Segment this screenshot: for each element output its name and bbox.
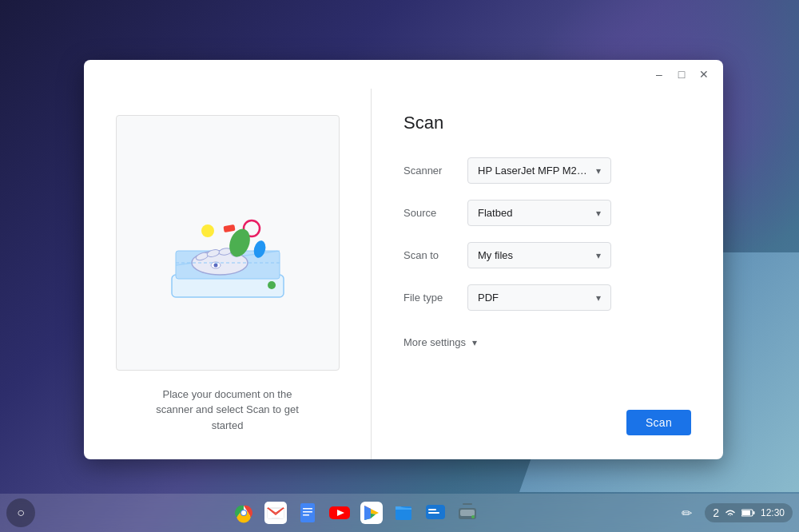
- svg-point-19: [241, 510, 246, 515]
- controls-panel: Scan Scanner HP LaserJet MFP M29... ▾ So…: [372, 89, 723, 459]
- source-row: Source Flatbed ▾: [403, 200, 691, 226]
- svg-rect-33: [428, 509, 436, 510]
- title-bar: – □ ✕: [84, 60, 723, 89]
- play-svg-icon: [360, 502, 383, 524]
- taskbar-right: ✏ 2 12:30: [675, 502, 793, 524]
- maximize-button[interactable]: □: [672, 65, 691, 84]
- file-type-label: File type: [403, 292, 467, 304]
- more-settings-label: More settings: [403, 336, 466, 348]
- svg-rect-39: [463, 503, 472, 505]
- chrome-app-icon[interactable]: [229, 498, 258, 527]
- window-controls: – □ ✕: [650, 65, 714, 84]
- gmail-svg-icon: [264, 502, 287, 524]
- notification-badge: 2: [713, 506, 719, 519]
- source-dropdown-arrow: ▾: [596, 208, 601, 219]
- docs-app-icon[interactable]: [293, 498, 322, 527]
- file-type-row: File type PDF ▾: [403, 284, 691, 311]
- svg-rect-25: [303, 508, 312, 510]
- scan-to-row: Scan to My files ▾: [403, 242, 691, 268]
- file-type-dropdown-arrow: ▾: [596, 292, 601, 304]
- messages-app-icon[interactable]: [421, 498, 450, 527]
- scan-window: – □ ✕: [84, 60, 723, 459]
- svg-point-11: [201, 224, 214, 237]
- files-app-icon[interactable]: [389, 498, 418, 527]
- scan-button[interactable]: Scan: [626, 410, 691, 435]
- svg-rect-37: [460, 510, 475, 516]
- source-value: Flatbed: [478, 207, 590, 219]
- taskbar-left: ○: [6, 498, 35, 527]
- close-button[interactable]: ✕: [694, 65, 714, 84]
- scanner-value: HP LaserJet MFP M29...: [478, 165, 590, 177]
- scanner-illustration: [148, 171, 308, 315]
- youtube-svg-icon: [328, 502, 351, 524]
- scan-to-dropdown-arrow: ▾: [596, 250, 601, 261]
- scan-to-value: My files: [478, 249, 590, 261]
- file-type-select[interactable]: PDF ▾: [467, 284, 611, 311]
- taskbar-apps: [35, 498, 675, 527]
- system-tray[interactable]: 2 12:30: [705, 503, 793, 522]
- pen-icon[interactable]: ✏: [675, 502, 698, 524]
- preview-area: [116, 115, 340, 371]
- source-label: Source: [403, 207, 467, 219]
- svg-rect-34: [428, 512, 439, 514]
- taskbar: ○: [0, 494, 799, 532]
- svg-rect-24: [300, 503, 315, 522]
- scan-to-select[interactable]: My files ▾: [467, 242, 611, 268]
- svg-rect-26: [303, 511, 312, 513]
- scan-title: Scan: [403, 113, 691, 133]
- scanner-label: Scanner: [403, 165, 467, 177]
- chrome-svg-icon: [233, 502, 255, 524]
- launcher-button[interactable]: ○: [6, 498, 35, 527]
- more-settings-row[interactable]: More settings ▾: [403, 330, 691, 355]
- docs-svg-icon: [296, 502, 319, 524]
- scanner-row: Scanner HP LaserJet MFP M29... ▾: [403, 157, 691, 184]
- preview-instruction: Place your document on the scanner and s…: [148, 387, 308, 434]
- battery-icon: [741, 508, 756, 518]
- svg-rect-41: [742, 510, 750, 515]
- launcher-icon: ○: [17, 506, 25, 520]
- svg-rect-42: [753, 511, 754, 514]
- scanner-select[interactable]: HP LaserJet MFP M29... ▾: [467, 157, 611, 184]
- scan-app-icon[interactable]: [453, 498, 482, 527]
- scanner-dropdown-arrow: ▾: [596, 165, 601, 177]
- scan-to-label: Scan to: [403, 249, 467, 261]
- window-content: Place your document on the scanner and s…: [84, 89, 723, 459]
- source-select[interactable]: Flatbed ▾: [467, 200, 611, 226]
- svg-point-10: [213, 263, 217, 267]
- svg-point-2: [268, 281, 276, 289]
- svg-rect-27: [303, 514, 309, 516]
- svg-point-38: [471, 515, 475, 518]
- clock-display: 12:30: [761, 507, 785, 518]
- play-app-icon[interactable]: [357, 498, 386, 527]
- wifi-icon: [724, 506, 737, 519]
- youtube-app-icon[interactable]: [325, 498, 354, 527]
- scan-svg-icon: [456, 502, 479, 524]
- svg-rect-12: [223, 224, 235, 232]
- gmail-app-icon[interactable]: [261, 498, 290, 527]
- messages-svg-icon: [424, 502, 447, 524]
- more-settings-chevron-icon: ▾: [472, 337, 477, 348]
- minimize-button[interactable]: –: [650, 65, 669, 84]
- preview-panel: Place your document on the scanner and s…: [84, 89, 372, 459]
- files-svg-icon: [392, 502, 415, 524]
- file-type-value: PDF: [478, 292, 590, 304]
